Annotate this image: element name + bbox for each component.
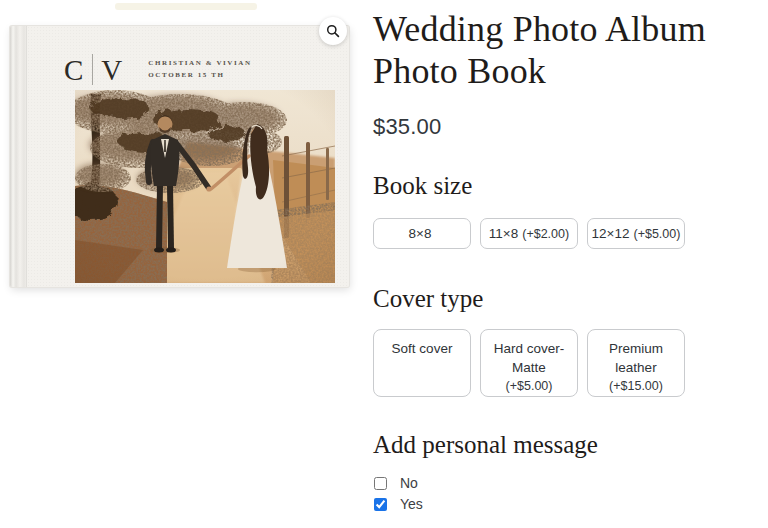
cover-type-option-premium-leather[interactable]: Premium leather (+$15.00) (587, 329, 685, 397)
personal-message-option-no[interactable]: No (373, 473, 763, 494)
book-size-options: 8×8 11×8 (+$2.00) 12×12 (+$5.00) (373, 218, 763, 249)
product-price: $35.00 (373, 114, 763, 140)
page-title: Wedding Photo Album Photo Book (373, 8, 763, 92)
cover-type-option-soft[interactable]: Soft cover (373, 329, 471, 397)
yes-checkbox[interactable] (374, 498, 387, 511)
book-cover: C V CHRISTIAN & VIVIAN OCTOBER 15 TH (27, 26, 349, 287)
cover-couple-names: CHRISTIAN & VIVIAN (148, 57, 251, 69)
cover-monogram: C V (64, 54, 123, 85)
product-media: C V CHRISTIAN & VIVIAN OCTOBER 15 TH (0, 0, 368, 528)
zoom-button[interactable] (319, 17, 347, 45)
personal-message-heading: Add personal message (373, 431, 763, 459)
cover-names-block: CHRISTIAN & VIVIAN OCTOBER 15 TH (148, 54, 251, 81)
monogram-initial-right: V (101, 55, 123, 85)
book-size-option-8x8[interactable]: 8×8 (373, 218, 471, 249)
book-size-option-11x8[interactable]: 11×8 (+$2.00) (480, 218, 578, 249)
yes-label[interactable]: Yes (400, 494, 423, 515)
cover-type-options: Soft cover Hard cover- Matte (+$5.00) Pr… (373, 329, 763, 397)
book-size-heading: Book size (373, 172, 763, 200)
product-details: Wedding Photo Album Photo Book $35.00 Bo… (373, 0, 763, 515)
cover-type-option-hard-matte[interactable]: Hard cover- Matte (+$5.00) (480, 329, 578, 397)
no-label[interactable]: No (400, 473, 418, 494)
personal-message-option-yes[interactable]: Yes (373, 494, 763, 515)
book-size-option-12x12[interactable]: 12×12 (+$5.00) (587, 218, 685, 249)
magnifier-icon (326, 24, 340, 38)
no-checkbox[interactable] (374, 477, 387, 490)
personal-message-options: No Yes (373, 473, 763, 515)
carousel-previous-image-edge (115, 3, 257, 10)
cover-wedding-date: OCTOBER 15 TH (148, 69, 251, 81)
product-image-book[interactable]: C V CHRISTIAN & VIVIAN OCTOBER 15 TH (10, 26, 349, 287)
book-spine (10, 26, 27, 287)
cover-type-heading: Cover type (373, 285, 763, 313)
monogram-divider (92, 54, 93, 85)
monogram-initial-left: C (64, 55, 84, 85)
book-cover-header: C V CHRISTIAN & VIVIAN OCTOBER 15 TH (64, 54, 252, 85)
cover-wedding-photo (75, 90, 335, 283)
